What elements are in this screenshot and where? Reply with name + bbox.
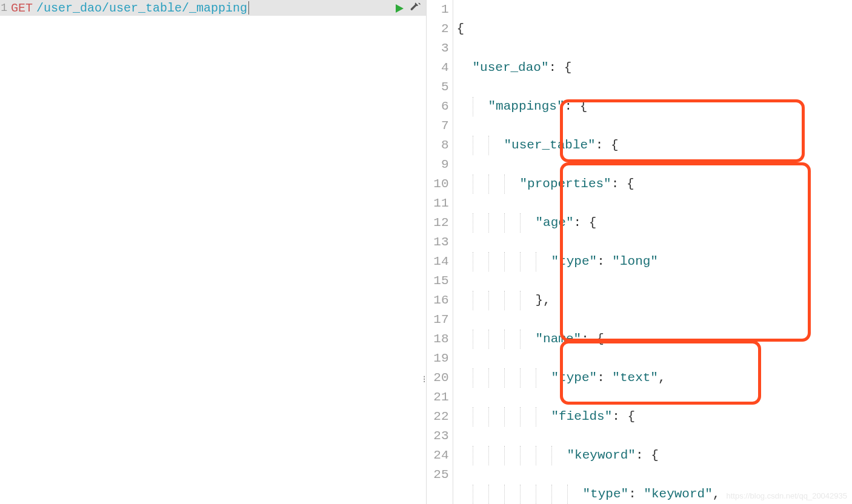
json-key: "keyword": [567, 448, 636, 462]
line-number: 1: [0, 2, 8, 14]
json-key: "fields": [551, 409, 613, 423]
line-number: 21: [427, 388, 449, 407]
line-number: 9: [427, 155, 449, 174]
response-editor[interactable]: 1 2 3 4 5 6 7 8 9 10 11 12 13 14 15 16 1…: [427, 0, 853, 504]
line-number: 25: [427, 465, 449, 485]
line-number: 18: [427, 330, 449, 349]
svg-marker-0: [396, 4, 404, 13]
request-line[interactable]: 1 GET /user_dao/user_table/_mapping: [0, 0, 426, 16]
text-cursor: [248, 1, 249, 15]
http-method: GET: [11, 1, 33, 15]
json-key: "user_table": [504, 138, 596, 152]
json-key: "user_dao": [473, 61, 549, 75]
line-number: 7: [427, 116, 449, 136]
line-number: 3: [427, 39, 449, 58]
line-number: 24: [427, 446, 449, 465]
json-key: "type": [551, 371, 597, 385]
watermark: https://blog.csdn.net/qq_20042935: [727, 491, 848, 500]
line-number: 16: [427, 291, 449, 310]
line-number: 8: [427, 136, 449, 155]
line-number: 13: [427, 233, 449, 252]
json-string: "text": [612, 371, 658, 385]
line-number: 22: [427, 407, 449, 426]
json-key: "type": [551, 254, 597, 268]
line-number: 17: [427, 310, 449, 330]
line-number: 11: [427, 194, 449, 213]
line-number: 6: [427, 97, 449, 116]
json-key: "properties": [520, 177, 611, 191]
json-key: "name": [536, 332, 582, 346]
json-key: "age": [536, 216, 574, 230]
request-actions: [394, 1, 421, 15]
dev-console: 1 GET /user_dao/user_table/_mapping ··· …: [0, 0, 852, 504]
line-number: 20: [427, 368, 449, 388]
line-number: 4: [427, 58, 449, 78]
line-number: 10: [427, 174, 449, 194]
brace: {: [457, 22, 465, 36]
line-number: 1: [427, 0, 449, 19]
line-number: 14: [427, 252, 449, 271]
code-body[interactable]: { "user_dao": { "mappings": { "user_tabl…: [453, 0, 853, 504]
play-icon[interactable]: [394, 4, 404, 13]
line-number: 19: [427, 349, 449, 368]
wrench-icon[interactable]: [410, 1, 421, 15]
response-pane: 1 2 3 4 5 6 7 8 9 10 11 12 13 14 15 16 1…: [427, 0, 853, 504]
line-number: 23: [427, 426, 449, 446]
json-string: "keyword": [644, 487, 712, 501]
json-key: "mappings": [488, 99, 565, 113]
gutter: 1 2 3 4 5 6 7 8 9 10 11 12 13 14 15 16 1…: [427, 0, 453, 504]
line-number: 5: [427, 78, 449, 97]
line-number: 12: [427, 213, 449, 233]
json-string: "long": [612, 254, 658, 268]
json-key: "type": [583, 487, 629, 501]
line-number: 2: [427, 19, 449, 39]
request-pane: 1 GET /user_dao/user_table/_mapping: [0, 0, 427, 504]
line-number: 15: [427, 271, 449, 291]
request-path: /user_dao/user_table/_mapping: [36, 1, 247, 15]
